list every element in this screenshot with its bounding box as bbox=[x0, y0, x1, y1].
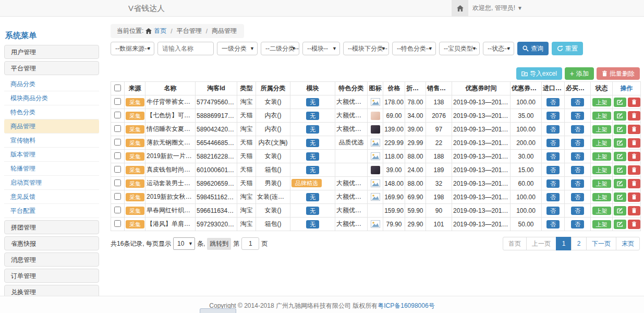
home-button[interactable] bbox=[452, 0, 468, 16]
jump-page-input[interactable] bbox=[241, 237, 259, 250]
import-excel-button[interactable]: 导入excel bbox=[516, 67, 562, 80]
page-button[interactable]: 1 bbox=[556, 237, 572, 250]
import-select-badge[interactable]: 否 bbox=[546, 98, 560, 106]
edit-button[interactable] bbox=[614, 220, 626, 229]
edit-button[interactable] bbox=[614, 179, 626, 188]
data-source-select[interactable]: --数据来源-- ▼ bbox=[111, 42, 154, 55]
status-button[interactable]: 上架 bbox=[592, 152, 611, 161]
sidebar-section[interactable]: 订单管理 bbox=[4, 269, 99, 283]
delete-button[interactable] bbox=[628, 138, 640, 148]
must-buy-badge[interactable]: 否 bbox=[571, 98, 584, 106]
status-button[interactable]: 上架 bbox=[592, 125, 611, 134]
import-select-badge[interactable]: 否 bbox=[546, 112, 560, 120]
filter-select[interactable]: --模块--▼ bbox=[302, 42, 340, 55]
must-buy-badge[interactable]: 否 bbox=[571, 179, 584, 188]
delete-button[interactable] bbox=[628, 165, 640, 175]
import-select-badge[interactable]: 否 bbox=[546, 139, 560, 147]
import-select-badge[interactable]: 否 bbox=[546, 193, 560, 201]
row-checkbox[interactable] bbox=[114, 125, 121, 132]
row-checkbox[interactable] bbox=[114, 98, 121, 105]
name-search-input[interactable] bbox=[157, 42, 214, 55]
filter-select[interactable]: --特色分类--▼ bbox=[392, 42, 436, 55]
row-checkbox[interactable] bbox=[114, 112, 121, 118]
sidebar-item[interactable]: 意见反馈 bbox=[4, 190, 99, 204]
import-select-badge[interactable]: 否 bbox=[546, 179, 560, 188]
filter-select[interactable]: 一级分类▼ bbox=[217, 42, 258, 55]
delete-button[interactable] bbox=[628, 111, 640, 121]
delete-button[interactable] bbox=[628, 179, 640, 188]
row-checkbox[interactable] bbox=[114, 193, 121, 200]
must-buy-badge[interactable]: 否 bbox=[571, 112, 584, 120]
import-select-badge[interactable]: 否 bbox=[546, 220, 560, 228]
select-all-checkbox[interactable] bbox=[114, 85, 121, 91]
status-button[interactable]: 上架 bbox=[592, 220, 611, 228]
reset-button[interactable]: 重置 bbox=[552, 42, 583, 55]
import-select-badge[interactable]: 否 bbox=[546, 152, 560, 161]
sidebar-item[interactable]: 轮播管理 bbox=[4, 162, 99, 176]
search-button[interactable]: 查询 bbox=[517, 42, 549, 55]
must-buy-badge[interactable]: 否 bbox=[571, 139, 584, 147]
breadcrumb-home-link[interactable]: 首页 bbox=[154, 27, 166, 35]
sidebar-item[interactable]: 启动页管理 bbox=[4, 176, 99, 190]
sidebar-item[interactable]: 商品管理 bbox=[4, 119, 99, 134]
jump-button[interactable]: 跳转到 bbox=[207, 238, 231, 250]
row-checkbox[interactable] bbox=[114, 220, 121, 227]
page-button[interactable]: 2 bbox=[571, 237, 587, 250]
must-buy-badge[interactable]: 否 bbox=[571, 193, 584, 201]
row-checkbox[interactable] bbox=[114, 207, 121, 213]
page-button[interactable]: 上一页 bbox=[526, 237, 556, 250]
page-button[interactable]: 末页 bbox=[616, 237, 640, 250]
sidebar-item[interactable]: 模块商品分类 bbox=[4, 91, 99, 105]
delete-button[interactable] bbox=[628, 152, 640, 161]
per-page-select[interactable]: 10 ▼ bbox=[173, 237, 195, 250]
edit-button[interactable] bbox=[614, 206, 626, 215]
import-select-badge[interactable]: 否 bbox=[546, 207, 560, 215]
filter-select[interactable]: --宝贝类型--▼ bbox=[439, 42, 480, 55]
sidebar-item[interactable]: 版本管理 bbox=[4, 148, 99, 162]
status-button[interactable]: 上架 bbox=[592, 207, 611, 215]
row-checkbox[interactable] bbox=[114, 166, 121, 173]
sidebar-item[interactable]: 平台配置 bbox=[4, 204, 99, 218]
sidebar-section[interactable]: 平台管理 bbox=[4, 61, 99, 75]
edit-button[interactable] bbox=[614, 98, 626, 107]
sidebar-section[interactable]: 省惠快报 bbox=[4, 236, 99, 250]
row-checkbox[interactable] bbox=[114, 152, 121, 159]
import-select-badge[interactable]: 否 bbox=[546, 166, 560, 174]
must-buy-badge[interactable]: 否 bbox=[571, 166, 584, 174]
sidebar-section[interactable]: 消息管理 bbox=[4, 252, 99, 267]
user-menu[interactable]: 欢迎您, 管理员!▼ bbox=[472, 0, 523, 16]
status-button[interactable]: 上架 bbox=[592, 179, 611, 188]
delete-button[interactable] bbox=[628, 206, 640, 215]
edit-button[interactable] bbox=[614, 111, 626, 121]
filter-select[interactable]: --状态--▼ bbox=[483, 42, 514, 55]
icp-link[interactable]: 粤ICP备16098006号 bbox=[378, 302, 434, 309]
sidebar-section[interactable]: 用户管理 bbox=[4, 45, 99, 59]
status-button[interactable]: 上架 bbox=[592, 112, 611, 120]
add-button[interactable]: + 添加 bbox=[565, 67, 594, 80]
status-button[interactable]: 上架 bbox=[592, 139, 611, 147]
edit-button[interactable] bbox=[614, 152, 626, 161]
must-buy-badge[interactable]: 否 bbox=[571, 152, 584, 161]
status-button[interactable]: 上架 bbox=[592, 193, 611, 201]
delete-button[interactable] bbox=[628, 125, 640, 134]
must-buy-badge[interactable]: 否 bbox=[571, 207, 584, 215]
must-buy-badge[interactable]: 否 bbox=[571, 220, 584, 228]
sidebar-item[interactable]: 特色分类 bbox=[4, 105, 99, 119]
page-button[interactable]: 首页 bbox=[503, 237, 527, 250]
status-button[interactable]: 上架 bbox=[592, 98, 611, 106]
edit-button[interactable] bbox=[614, 192, 626, 202]
filter-select[interactable]: --二级分类--▼ bbox=[261, 42, 299, 55]
must-buy-badge[interactable]: 否 bbox=[571, 125, 584, 134]
status-button[interactable]: 上架 bbox=[592, 166, 611, 174]
delete-button[interactable] bbox=[628, 192, 640, 202]
filter-select[interactable]: --模块下分类--▼ bbox=[343, 42, 389, 55]
batch-delete-button[interactable]: 批量删除 bbox=[597, 67, 640, 80]
delete-button[interactable] bbox=[628, 98, 640, 107]
row-checkbox[interactable] bbox=[114, 179, 121, 186]
row-checkbox[interactable] bbox=[114, 139, 121, 146]
edit-button[interactable] bbox=[614, 125, 626, 134]
page-button[interactable]: 下一页 bbox=[586, 237, 616, 250]
edit-button[interactable] bbox=[614, 138, 626, 148]
delete-button[interactable] bbox=[628, 220, 640, 229]
import-select-badge[interactable]: 否 bbox=[546, 125, 560, 134]
